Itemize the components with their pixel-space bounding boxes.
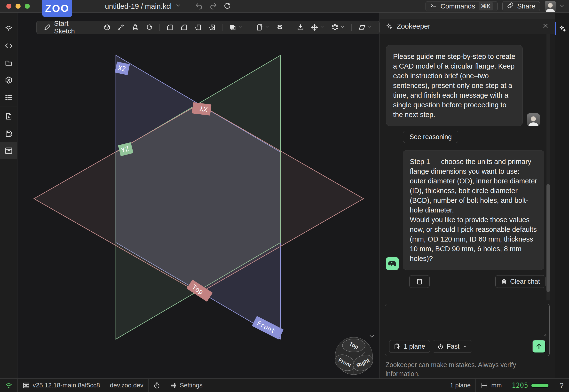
camera-speed-control[interactable]: 1205 [507, 379, 554, 392]
view-menu-chevron[interactable] [368, 333, 375, 341]
feature-tree-button[interactable] [0, 20, 17, 37]
chat-scrollbar[interactable] [546, 34, 550, 300]
model-speed-label: Fast [447, 343, 460, 350]
view-gizmo[interactable]: Top Front Right [334, 335, 374, 377]
context-label: 1 plane [404, 343, 425, 350]
close-window-button[interactable] [6, 4, 11, 9]
chevron-down-icon [175, 2, 181, 10]
chat-scrollbar-thumb[interactable] [546, 184, 550, 292]
start-sketch-button[interactable]: Start Sketch [42, 22, 92, 33]
send-button[interactable] [532, 340, 545, 353]
minimize-window-button[interactable] [15, 4, 21, 9]
settings-button[interactable]: Settings [165, 379, 207, 392]
plane-tag-xy[interactable]: XY [192, 102, 212, 116]
camera-speed-slider[interactable] [531, 383, 549, 387]
chevron-up-icon [463, 344, 468, 349]
close-panel-button[interactable] [542, 23, 549, 30]
clipboard-icon [416, 278, 423, 285]
plane-xy[interactable] [34, 104, 364, 293]
composer-controls: 1 plane Fast [389, 340, 545, 353]
share-label: Share [517, 2, 535, 10]
resize-handle-icon[interactable] [542, 333, 547, 338]
zoo-logo[interactable]: ZOO [42, 0, 72, 17]
chamfer-icon [180, 24, 187, 31]
host-label: dev.zoo.dev [110, 382, 143, 389]
code-pane-button[interactable] [0, 37, 17, 54]
zookeeper-pane-button[interactable] [555, 22, 569, 35]
helix-button[interactable] [274, 22, 286, 33]
shell-icon [194, 24, 202, 31]
model-speed-button[interactable]: Fast [433, 340, 472, 353]
user-message-bubble: Please guide me step-by-step to create a… [386, 45, 523, 126]
share-button[interactable]: Share [502, 1, 540, 11]
modeling-viewport[interactable]: XZ XY YZ Top Front Start Sk [17, 13, 380, 378]
export-button[interactable] [0, 125, 17, 142]
project-files-button[interactable] [0, 54, 17, 71]
traffic-lights [6, 4, 30, 9]
chamfer-button[interactable] [178, 22, 190, 33]
account-menu-chevron[interactable] [559, 3, 565, 10]
link-icon [507, 2, 514, 10]
chat-messages[interactable]: Please guide me step-by-step to create a… [380, 34, 555, 300]
pattern-button[interactable] [329, 22, 347, 33]
sparkles-icon [559, 25, 566, 32]
right-sidebar [555, 13, 569, 378]
planes-count[interactable]: 1 plane [445, 379, 475, 392]
loft-icon [132, 24, 139, 31]
revolve-icon [146, 24, 153, 31]
logs-button[interactable] [0, 89, 17, 106]
network-icon [5, 382, 13, 389]
sweep-button[interactable] [115, 22, 127, 33]
panel-header: Zookeeper [380, 19, 555, 34]
timer-status-button[interactable] [149, 379, 165, 392]
pen-icon [44, 24, 51, 31]
environment-host-button[interactable]: dev.zoo.dev [105, 379, 148, 392]
file-import-icon [5, 112, 13, 120]
network-status-button[interactable] [0, 379, 17, 392]
units-button[interactable]: mm [476, 379, 507, 392]
loft-button[interactable] [129, 22, 141, 33]
chat-disclaimer: Zookeeper can make mistakes. Always veri… [385, 361, 549, 378]
commands-button[interactable]: Commands ⌘K [426, 1, 498, 11]
see-reasoning-button[interactable]: See reasoning [403, 131, 458, 143]
refresh-button[interactable] [223, 2, 231, 11]
redo-button[interactable] [209, 2, 217, 11]
chat-input[interactable] [389, 307, 547, 336]
boolean-button[interactable] [227, 22, 245, 33]
project-title-menu[interactable]: untitled-19 / main.kcl [105, 2, 181, 10]
offset-plane-button[interactable] [254, 22, 272, 33]
user-message-avatar [527, 113, 540, 126]
fillet-icon [166, 24, 173, 31]
extrude-button[interactable] [101, 22, 113, 33]
hole-button[interactable] [206, 22, 218, 33]
shell-button[interactable] [192, 22, 204, 33]
insert-icon [297, 24, 304, 31]
chat-composer: 1 plane Fast Zookeeper can make mis [380, 300, 555, 378]
transform-button[interactable] [309, 22, 327, 33]
fillet-button[interactable] [164, 22, 176, 33]
insert-button[interactable] [295, 22, 306, 33]
clear-chat-button[interactable]: Clear chat [495, 275, 545, 288]
default-planes-scene: XZ XY YZ Top Front [17, 13, 380, 378]
helix-icon [276, 24, 284, 31]
copy-message-button[interactable] [409, 275, 430, 288]
revolve-button[interactable] [143, 22, 155, 33]
user-avatar[interactable] [545, 1, 556, 12]
sliders-icon [170, 382, 177, 389]
zookeeper-panel: Zookeeper Please guide me step-by-step t… [380, 13, 555, 378]
import-button[interactable] [0, 108, 17, 125]
stopwatch-icon [437, 343, 444, 350]
context-button[interactable]: 1 plane [389, 340, 430, 353]
chat-input-box[interactable]: 1 plane Fast [385, 304, 550, 356]
zoom-window-button[interactable] [25, 4, 30, 9]
assistant-message-row: Step 1 — choose the units and primary fl… [386, 150, 555, 270]
help-button[interactable]: ? [554, 379, 569, 392]
machine-pane-button[interactable] [0, 142, 17, 159]
sidebar-divider [0, 107, 17, 107]
undo-button[interactable] [195, 2, 203, 11]
machine-status-button[interactable]: v25.12.18-main.8af5cc8 [18, 379, 105, 392]
left-sidebar [0, 13, 17, 378]
machine-icon [23, 382, 30, 389]
variables-button[interactable] [0, 71, 17, 89]
plane-tool-button[interactable] [356, 22, 374, 33]
